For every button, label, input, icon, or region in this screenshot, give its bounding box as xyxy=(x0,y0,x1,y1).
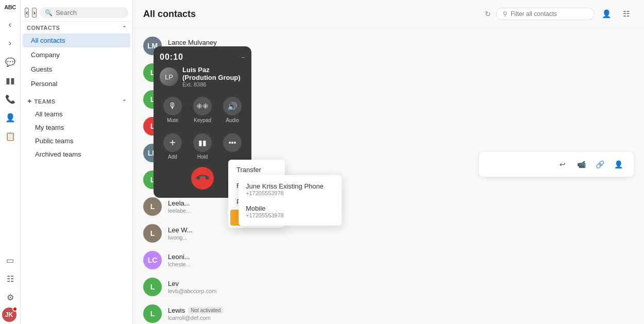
sidebar-item-public-teams[interactable]: Public teams xyxy=(23,134,130,147)
contact-email: lwong... xyxy=(168,234,634,241)
contacts-icon[interactable]: 👤 xyxy=(2,109,19,126)
sidebar-item-archived-teams[interactable]: Archived teams xyxy=(23,148,130,161)
contacts-section-header: CONTACTS ⌃ xyxy=(21,22,132,33)
hold-icon: ▮▮ xyxy=(193,133,212,152)
active-call-actions: ↩ 📹 🔗 👤 xyxy=(555,157,625,172)
teams-label: TEAMS xyxy=(35,98,56,105)
not-activated-badge: Not activated xyxy=(188,307,223,314)
sidebar-item-all-contacts[interactable]: All contacts xyxy=(23,33,130,47)
hold-button[interactable]: ▮▮ Hold xyxy=(190,130,215,163)
search-icon: 🔍 xyxy=(45,9,53,16)
screen-share-icon[interactable]: ▭ xyxy=(2,252,19,268)
flip-option-2[interactable]: Mobile +17205553978 xyxy=(239,200,342,223)
nav-forward-btn[interactable]: › xyxy=(2,35,19,52)
filter-input[interactable] xyxy=(511,10,588,18)
main-content: All contacts ↻ ⚲ 👤 ☷ LM Lance Mulvaney l… xyxy=(133,0,644,324)
search-input[interactable] xyxy=(56,9,123,16)
teams-section-icon: ✦ xyxy=(27,98,32,105)
flip-options-menu: June Kriss Existing Phone +17205553978 M… xyxy=(239,175,342,226)
keypad-label: Keypad xyxy=(194,117,211,123)
contact-info: Leoni... lcheste... xyxy=(168,253,634,267)
list-item[interactable]: L Lev levb@abccorp.com xyxy=(133,274,644,300)
audio-button[interactable]: 🔊 Audio xyxy=(219,94,245,126)
call-avatar: LP xyxy=(160,67,178,86)
contact-info: Lewis Not activated lcarroll@def.com xyxy=(168,306,634,321)
user-avatar[interactable]: JK xyxy=(2,308,16,322)
refresh-icon[interactable]: ↻ xyxy=(485,10,491,18)
call-minimize-btn[interactable]: − xyxy=(241,53,245,61)
back-button[interactable]: ‹ xyxy=(25,8,29,18)
forward-button[interactable]: › xyxy=(32,8,36,18)
more-button[interactable]: ••• xyxy=(219,130,245,163)
hold-label: Hold xyxy=(197,154,208,160)
contact-email: lcheste... xyxy=(168,261,634,267)
contact-email: lcarroll@def.com xyxy=(168,315,634,321)
contact-info: Lee W... lwong... xyxy=(168,226,634,241)
app-logo: ABC xyxy=(4,4,15,10)
active-call-bar: ↩ 📹 🔗 👤 xyxy=(479,152,634,177)
teams-section-header: ✦ TEAMS ⌃ xyxy=(21,95,132,107)
header-actions: ⚲ 👤 ☷ xyxy=(496,6,634,22)
list-item[interactable]: L Lewis Not activated lcarroll@def.com xyxy=(133,300,644,324)
avatar: L xyxy=(143,224,162,243)
contacts-label: CONTACTS xyxy=(27,25,60,31)
left-rail: ABC ‹ › 💬 ▮▮ 📞 👤 📋 ▭ ☷ ⚙ JK xyxy=(0,0,21,324)
sidebar-item-personal[interactable]: Personal xyxy=(23,77,130,91)
call-video-btn[interactable]: 📹 xyxy=(574,157,588,172)
keypad-button[interactable]: ⁜⁜ Keypad xyxy=(190,94,215,126)
list-item[interactable]: LC Leoni... lcheste... xyxy=(133,247,644,274)
contact-name: Lev xyxy=(168,280,634,287)
apps-icon[interactable]: ☷ xyxy=(2,270,19,287)
avatar: L xyxy=(143,197,162,216)
calls-icon[interactable]: 📞 xyxy=(2,91,19,107)
flip-option-2-label: Mobile xyxy=(246,204,334,212)
call-header: 00:10 − xyxy=(160,53,245,62)
call-reply-btn[interactable]: ↩ xyxy=(555,157,570,172)
page-title: All contacts xyxy=(143,9,480,20)
list-item[interactable]: L Lee W... lwong... xyxy=(133,220,644,247)
call-actions-row2: + Add ▮▮ Hold ••• xyxy=(160,130,245,163)
flip-option-1[interactable]: June Kriss Existing Phone +17205553978 xyxy=(239,178,342,200)
search-bar: 🔍 xyxy=(40,7,128,18)
grid-view-btn[interactable]: ☷ xyxy=(618,6,634,22)
teams-chevron[interactable]: ⌃ xyxy=(122,99,127,105)
sidebar-item-my-teams[interactable]: My teams xyxy=(23,121,130,134)
contact-name: Lewis Not activated xyxy=(168,306,634,314)
contact-email: levb@abccorp.com xyxy=(168,288,634,294)
teams-icon[interactable]: 📋 xyxy=(2,128,19,144)
settings-icon[interactable]: ⚙ xyxy=(2,289,19,305)
contact-name: Lance Mulvaney xyxy=(168,39,634,46)
flip-option-2-phone: +17205553978 xyxy=(246,212,334,218)
avatar: L xyxy=(143,278,162,296)
add-button[interactable]: + Add xyxy=(160,130,185,163)
contact-info: Lev levb@abccorp.com xyxy=(168,280,634,294)
meetings-icon[interactable]: ▮▮ xyxy=(2,72,19,89)
call-name-info: Luis Paz (Prodution Group) Ext. 8386 xyxy=(182,66,245,88)
chat-icon[interactable]: 💬 xyxy=(2,54,19,70)
keypad-icon: ⁜⁜ xyxy=(193,97,212,115)
call-info-row: LP Luis Paz (Prodution Group) Ext. 8386 xyxy=(160,66,245,88)
call-link-btn[interactable]: 🔗 xyxy=(592,157,607,172)
avatar: L xyxy=(143,304,162,323)
person-view-btn[interactable]: 👤 xyxy=(599,6,614,22)
add-label: Add xyxy=(168,154,177,160)
more-icon: ••• xyxy=(223,133,242,152)
add-icon: + xyxy=(163,133,182,152)
sidebar-item-company[interactable]: Company xyxy=(23,48,130,62)
caller-name: Luis Paz (Prodution Group) xyxy=(182,66,245,81)
sidebar-item-guests[interactable]: Guests xyxy=(23,62,130,76)
audio-label: Audio xyxy=(226,117,239,123)
nav-back-btn[interactable]: ‹ xyxy=(2,16,19,33)
notification-badge xyxy=(12,306,18,312)
sidebar-item-all-teams[interactable]: All teams xyxy=(23,108,130,121)
end-call-button[interactable]: 📞 xyxy=(191,167,214,190)
audio-icon: 🔊 xyxy=(223,97,242,115)
mute-button[interactable]: 🎙 Mute xyxy=(160,94,185,126)
end-call-icon: 📞 xyxy=(194,170,210,186)
contacts-chevron[interactable]: ⌃ xyxy=(122,25,127,31)
sidebar: ‹ › 🔍 CONTACTS ⌃ All contacts Company Gu… xyxy=(21,0,133,324)
call-person-btn[interactable]: 👤 xyxy=(611,157,625,172)
call-timer: 00:10 xyxy=(160,53,183,62)
filter-contacts-input: ⚲ xyxy=(496,8,595,20)
flip-option-1-label: June Kriss Existing Phone xyxy=(246,182,334,190)
